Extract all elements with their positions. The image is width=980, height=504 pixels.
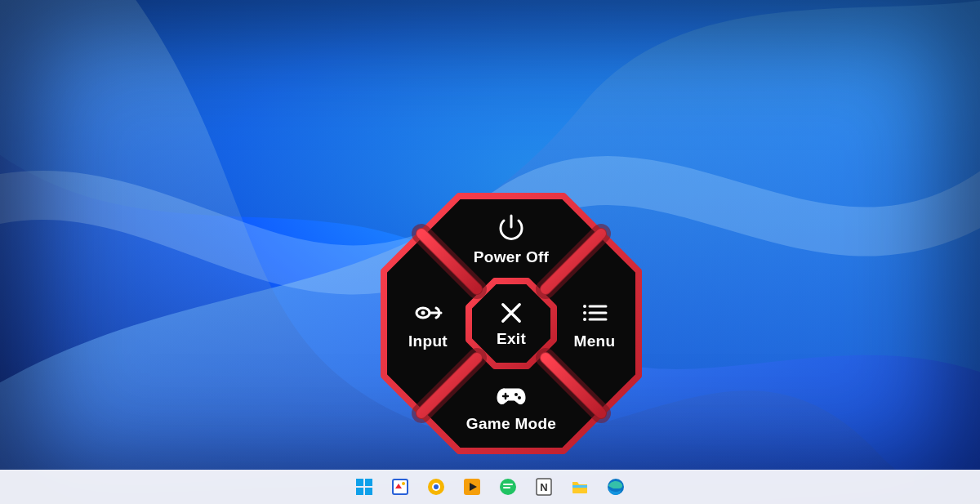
taskbar-edge[interactable] [605,476,626,497]
notes-icon: N [534,477,554,497]
osd-game-mode-button[interactable]: Game Mode [452,371,570,441]
taskbar-browser[interactable] [425,476,447,497]
player-icon [462,477,482,497]
game-controller-icon [495,379,528,412]
taskbar-chat[interactable] [497,476,519,497]
osd-power-off-button[interactable]: Power Off [462,204,560,274]
taskbar-snipping-tool[interactable] [390,476,411,497]
edge-icon [606,477,626,497]
menu-list-icon [578,297,611,329]
svg-point-26 [518,396,521,399]
svg-rect-40 [572,485,587,488]
osd-input-label: Input [408,332,448,350]
osd-power-off-label: Power Off [474,248,549,266]
monitor-osd: Power Off Input Exit [381,193,642,454]
osd-exit-button[interactable]: Exit [477,289,546,358]
svg-point-18 [583,311,586,314]
osd-game-mode-label: Game Mode [466,415,556,433]
svg-point-25 [514,393,518,396]
desktop: Power Off Input Exit [0,0,980,504]
svg-rect-28 [365,479,372,486]
svg-point-35 [434,484,439,489]
svg-point-16 [421,311,425,315]
chat-icon [498,477,518,497]
snipping-tool-icon [390,477,410,497]
osd-menu-button[interactable]: Menu [554,289,635,358]
browser-icon [426,477,446,497]
taskbar-file-explorer[interactable] [569,476,590,497]
power-icon [495,212,528,245]
svg-rect-27 [356,479,363,486]
taskbar: N [0,470,980,504]
taskbar-notes[interactable]: N [533,476,555,497]
windows-start-icon [354,477,374,497]
close-icon [497,299,525,327]
svg-point-17 [583,305,586,308]
osd-exit-label: Exit [497,330,526,348]
svg-point-19 [583,318,586,321]
taskbar-player[interactable] [461,476,483,497]
svg-point-32 [402,482,405,485]
svg-rect-29 [356,488,363,495]
osd-menu-label: Menu [574,332,616,350]
osd-input-button[interactable]: Input [387,289,469,358]
svg-rect-30 [365,488,372,495]
svg-text:N: N [540,481,547,493]
file-explorer-icon [570,477,590,497]
taskbar-start-button[interactable] [354,476,375,497]
input-icon [412,297,444,329]
